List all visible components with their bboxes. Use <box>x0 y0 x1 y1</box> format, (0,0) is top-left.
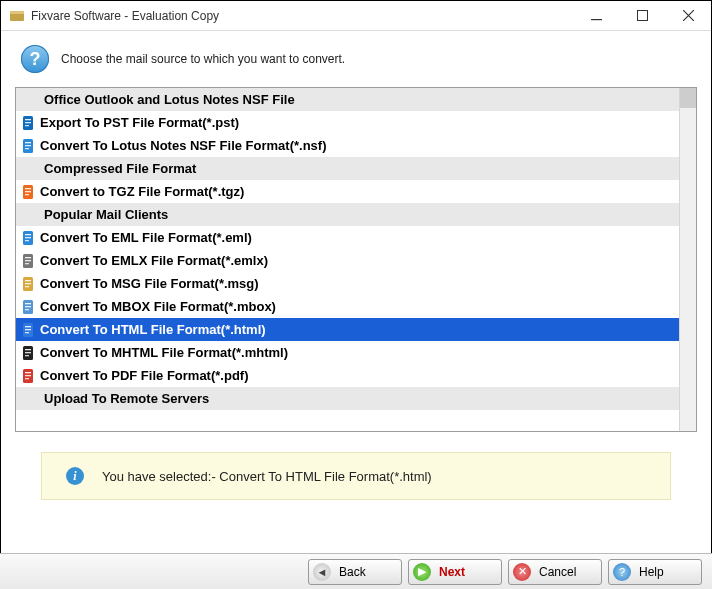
mhtml-icon <box>20 345 38 361</box>
back-label: Back <box>339 565 366 579</box>
svg-rect-6 <box>25 122 31 123</box>
window-title: Fixvare Software - Evaluation Copy <box>31 9 219 23</box>
titlebar: Fixvare Software - Evaluation Copy <box>1 1 711 31</box>
maximize-button[interactable] <box>619 1 665 31</box>
help-label: Help <box>639 565 664 579</box>
instruction-row: ? Choose the mail source to which you wa… <box>1 31 711 87</box>
footer: ◄ Back ▶ Next ✕ Cancel ? Help <box>0 553 712 589</box>
list-item-label: Convert To EMLX File Format(*.emlx) <box>40 253 268 268</box>
svg-rect-7 <box>25 125 29 126</box>
list-item[interactable]: Convert To PDF File Format(*.pdf) <box>16 364 679 387</box>
svg-rect-5 <box>25 119 31 120</box>
svg-rect-9 <box>25 142 31 143</box>
svg-rect-29 <box>25 303 31 304</box>
svg-rect-10 <box>25 145 31 146</box>
app-icon <box>9 8 25 24</box>
minimize-button[interactable] <box>573 1 619 31</box>
list-item-label: Convert To PDF File Format(*.pdf) <box>40 368 248 383</box>
cancel-icon: ✕ <box>513 563 531 581</box>
status-text: You have selected:- Convert To HTML File… <box>102 469 432 484</box>
list-header-label: Upload To Remote Servers <box>44 391 209 406</box>
emlx-icon <box>20 253 38 269</box>
svg-rect-11 <box>25 148 29 149</box>
html-icon <box>20 322 38 338</box>
svg-rect-33 <box>25 326 31 327</box>
back-button[interactable]: ◄ Back <box>308 559 402 585</box>
list-item-label: Convert to TGZ File Format(*.tgz) <box>40 184 244 199</box>
cancel-label: Cancel <box>539 565 576 579</box>
svg-rect-38 <box>25 352 31 353</box>
svg-rect-19 <box>25 240 29 241</box>
svg-rect-35 <box>25 332 29 333</box>
help-icon: ? <box>613 563 631 581</box>
svg-rect-34 <box>25 329 31 330</box>
next-button[interactable]: ▶ Next <box>408 559 502 585</box>
svg-rect-43 <box>25 378 29 379</box>
list-item[interactable]: Convert To HTML File Format(*.html) <box>16 318 679 341</box>
svg-rect-21 <box>25 257 31 258</box>
next-label: Next <box>439 565 465 579</box>
pdf-icon <box>20 368 38 384</box>
list-item[interactable]: Convert to TGZ File Format(*.tgz) <box>16 180 679 203</box>
svg-rect-31 <box>25 309 29 310</box>
info-icon: i <box>66 467 84 485</box>
lotus-icon <box>20 138 38 154</box>
svg-rect-17 <box>25 234 31 235</box>
svg-rect-42 <box>25 375 31 376</box>
svg-rect-15 <box>25 194 29 195</box>
back-icon: ◄ <box>313 563 331 581</box>
format-list[interactable]: Office Outlook and Lotus Notes NSF FileE… <box>16 88 679 431</box>
close-button[interactable] <box>665 1 711 31</box>
list-header: Office Outlook and Lotus Notes NSF File <box>16 88 679 111</box>
mbox-icon <box>20 299 38 315</box>
list-item-label: Convert To Lotus Notes NSF File Format(*… <box>40 138 327 153</box>
svg-rect-23 <box>25 263 29 264</box>
list-item-label: Convert To EML File Format(*.eml) <box>40 230 252 245</box>
cancel-button[interactable]: ✕ Cancel <box>508 559 602 585</box>
svg-rect-22 <box>25 260 31 261</box>
status-prefix: You have selected:- <box>102 469 219 484</box>
list-item[interactable]: Convert To MBOX File Format(*.mbox) <box>16 295 679 318</box>
svg-rect-27 <box>25 286 29 287</box>
svg-rect-37 <box>25 349 31 350</box>
eml-icon <box>20 230 38 246</box>
tgz-icon <box>20 184 38 200</box>
instruction-text: Choose the mail source to which you want… <box>61 52 345 66</box>
list-header-label: Office Outlook and Lotus Notes NSF File <box>44 92 295 107</box>
svg-rect-26 <box>25 283 31 284</box>
outlook-icon <box>20 115 38 131</box>
list-item-label: Export To PST File Format(*.pst) <box>40 115 239 130</box>
status-selection: Convert To HTML File Format(*.html) <box>219 469 431 484</box>
list-item[interactable]: Convert To EMLX File Format(*.emlx) <box>16 249 679 272</box>
next-icon: ▶ <box>413 563 431 581</box>
list-item-label: Convert To MSG File Format(*.msg) <box>40 276 259 291</box>
scrollbar[interactable] <box>679 88 696 431</box>
svg-rect-25 <box>25 280 31 281</box>
svg-rect-3 <box>637 11 647 21</box>
svg-rect-13 <box>25 188 31 189</box>
list-item-label: Convert To MHTML File Format(*.mhtml) <box>40 345 288 360</box>
list-item-label: Convert To HTML File Format(*.html) <box>40 322 266 337</box>
svg-rect-41 <box>25 372 31 373</box>
list-header-label: Popular Mail Clients <box>44 207 168 222</box>
list-header-label: Compressed File Format <box>44 161 196 176</box>
list-header: Popular Mail Clients <box>16 203 679 226</box>
svg-rect-30 <box>25 306 31 307</box>
list-item[interactable]: Convert To MSG File Format(*.msg) <box>16 272 679 295</box>
list-item[interactable]: Convert To EML File Format(*.eml) <box>16 226 679 249</box>
msg-icon <box>20 276 38 292</box>
question-icon: ? <box>21 45 49 73</box>
svg-rect-39 <box>25 355 29 356</box>
help-button[interactable]: ? Help <box>608 559 702 585</box>
list-item[interactable]: Convert To Lotus Notes NSF File Format(*… <box>16 134 679 157</box>
scrollbar-thumb[interactable] <box>680 88 696 108</box>
format-list-container: Office Outlook and Lotus Notes NSF FileE… <box>15 87 697 432</box>
status-bar: i You have selected:- Convert To HTML Fi… <box>41 452 671 500</box>
svg-rect-18 <box>25 237 31 238</box>
list-header: Compressed File Format <box>16 157 679 180</box>
list-header: Upload To Remote Servers <box>16 387 679 410</box>
list-item[interactable]: Convert To MHTML File Format(*.mhtml) <box>16 341 679 364</box>
list-item-label: Convert To MBOX File Format(*.mbox) <box>40 299 276 314</box>
svg-rect-14 <box>25 191 31 192</box>
list-item[interactable]: Export To PST File Format(*.pst) <box>16 111 679 134</box>
